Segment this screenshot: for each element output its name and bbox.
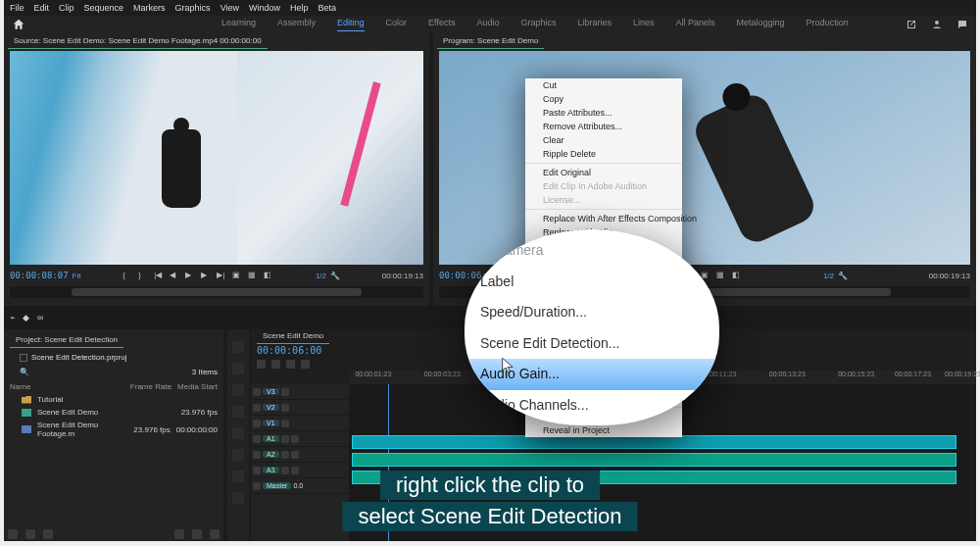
menu-beta[interactable]: Beta: [318, 3, 337, 13]
ws-production[interactable]: Production: [807, 18, 849, 31]
linked-selection-icon[interactable]: [271, 360, 280, 369]
home-icon[interactable]: [12, 18, 25, 31]
eye-icon[interactable]: [281, 404, 289, 412]
program-video-preview[interactable]: [439, 51, 970, 265]
search-icon[interactable]: 🔍: [20, 368, 29, 376]
menu-window[interactable]: Window: [249, 3, 280, 13]
razor-tool-icon[interactable]: [232, 406, 244, 418]
menu-clip[interactable]: Clip: [59, 3, 74, 13]
source-tab[interactable]: Source: Scene Edit Demo: Scene Edit Demo…: [8, 33, 268, 49]
ctx-remove-attributes[interactable]: Remove Attributes...: [525, 120, 682, 133]
ctx-cut[interactable]: Cut: [525, 78, 682, 92]
track-label[interactable]: V2: [263, 404, 279, 411]
extract-icon[interactable]: ▦: [716, 271, 726, 280]
project-tab[interactable]: Project: Scene Edit Detection: [10, 332, 123, 348]
track-label[interactable]: V3: [263, 388, 279, 395]
user-icon[interactable]: [931, 19, 943, 30]
ctx-edit-original[interactable]: Edit Original: [525, 166, 682, 179]
ws-color[interactable]: Color: [386, 18, 408, 31]
solo-icon[interactable]: [291, 451, 299, 459]
ctx-copy[interactable]: Copy: [525, 92, 682, 106]
track-toggle-icon[interactable]: [253, 388, 261, 396]
step-fwd-icon[interactable]: ▶: [201, 271, 211, 280]
snap-icon[interactable]: ⌁: [10, 313, 15, 323]
insert-icon[interactable]: ▣: [232, 271, 242, 280]
menu-markers[interactable]: Markers: [133, 3, 166, 13]
icon-view-icon[interactable]: [25, 529, 35, 539]
col-rate[interactable]: Frame Rate: [130, 382, 172, 391]
share-icon[interactable]: [906, 19, 917, 30]
marker-add-icon[interactable]: [286, 360, 295, 369]
source-video-preview[interactable]: [10, 51, 423, 265]
slip-tool-icon[interactable]: [232, 427, 244, 439]
menu-view[interactable]: View: [220, 3, 239, 13]
ws-editing[interactable]: Editing: [337, 18, 365, 31]
selection-tool-icon[interactable]: [232, 341, 244, 353]
ws-lines[interactable]: Lines: [633, 18, 655, 31]
video-clip[interactable]: [352, 435, 956, 449]
menu-edit[interactable]: Edit: [34, 3, 50, 13]
go-in-icon[interactable]: |◀: [154, 271, 164, 280]
mute-icon[interactable]: [281, 467, 289, 474]
play-icon[interactable]: ▶: [185, 271, 195, 280]
mute-icon[interactable]: [253, 482, 261, 490]
project-row[interactable]: Scene Edit Demo Footage.m23.976 fps00:00…: [4, 419, 223, 440]
menu-file[interactable]: File: [10, 3, 24, 13]
pen-tool-icon[interactable]: [232, 449, 244, 461]
type-tool-icon[interactable]: [232, 492, 244, 504]
eye-icon[interactable]: [281, 420, 289, 427]
settings-wrench-icon[interactable]: [301, 360, 310, 369]
mute-icon[interactable]: [281, 451, 289, 459]
ctx-clear[interactable]: Clear: [525, 133, 682, 147]
project-row[interactable]: Scene Edit Demo23.976 fps: [4, 406, 223, 419]
menu-graphics[interactable]: Graphics: [175, 3, 211, 13]
track-label[interactable]: A3: [263, 467, 279, 473]
mute-icon[interactable]: [281, 435, 289, 443]
track-select-tool-icon[interactable]: [232, 363, 244, 374]
menu-help[interactable]: Help: [290, 3, 309, 13]
marker-icon[interactable]: ◆: [23, 313, 29, 323]
ws-graphics[interactable]: Graphics: [520, 18, 556, 31]
ws-libraries[interactable]: Libraries: [578, 18, 612, 31]
track-toggle-icon[interactable]: [253, 404, 261, 412]
freeform-view-icon[interactable]: [43, 529, 53, 539]
wrench-icon[interactable]: 🔧: [838, 272, 848, 280]
track-label[interactable]: V1: [263, 420, 279, 426]
ctx-ripple-delete[interactable]: Ripple Delete: [525, 147, 682, 161]
track-toggle-icon[interactable]: [253, 435, 261, 443]
ws-metalogging[interactable]: Metalogging: [737, 18, 785, 31]
timeline-playhead-tc[interactable]: 00:00:06:00: [257, 345, 321, 356]
ctx-reveal[interactable]: Reveal in Project: [525, 423, 682, 437]
export-frame-icon[interactable]: ◧: [732, 271, 742, 280]
mark-in-icon[interactable]: {: [122, 271, 132, 280]
mark-out-icon[interactable]: }: [138, 271, 148, 280]
snap-toggle-icon[interactable]: [257, 360, 266, 369]
ctx-paste-attributes[interactable]: Paste Attributes...: [525, 106, 682, 120]
ripple-tool-icon[interactable]: [232, 384, 244, 396]
source-timeline-scrubber[interactable]: [10, 286, 423, 298]
col-name[interactable]: Name: [10, 382, 124, 391]
project-row[interactable]: Tutorial: [4, 393, 223, 406]
track-toggle-icon[interactable]: [253, 451, 261, 459]
go-out-icon[interactable]: ▶|: [217, 271, 226, 280]
ws-allpanels[interactable]: All Panels: [676, 18, 715, 31]
col-start[interactable]: Media Start: [177, 382, 218, 391]
menu-bar[interactable]: File Edit Clip Sequence Markers Graphics…: [4, 0, 976, 16]
new-item-icon[interactable]: [192, 529, 202, 539]
hand-tool-icon[interactable]: [232, 471, 244, 482]
ctx-replace-ae[interactable]: Replace With After Effects Composition: [525, 212, 682, 225]
resolution-dropdown[interactable]: 1/2: [823, 272, 834, 280]
step-back-icon[interactable]: ◀: [170, 271, 179, 280]
audio-clip[interactable]: [352, 453, 956, 467]
timeline-tab[interactable]: Scene Edit Demo: [257, 328, 329, 344]
export-frame-icon[interactable]: ◧: [264, 271, 273, 280]
track-toggle-icon[interactable]: [253, 420, 261, 427]
solo-icon[interactable]: [291, 467, 299, 474]
program-tab[interactable]: Program: Scene Edit Demo: [437, 33, 544, 49]
trash-icon[interactable]: [210, 529, 220, 539]
fit-dropdown[interactable]: Fit: [73, 272, 81, 280]
new-bin-icon[interactable]: [174, 529, 184, 539]
ws-learning[interactable]: Learning: [221, 18, 256, 31]
track-label[interactable]: A2: [263, 451, 279, 458]
wrench-icon[interactable]: 🔧: [330, 272, 340, 280]
